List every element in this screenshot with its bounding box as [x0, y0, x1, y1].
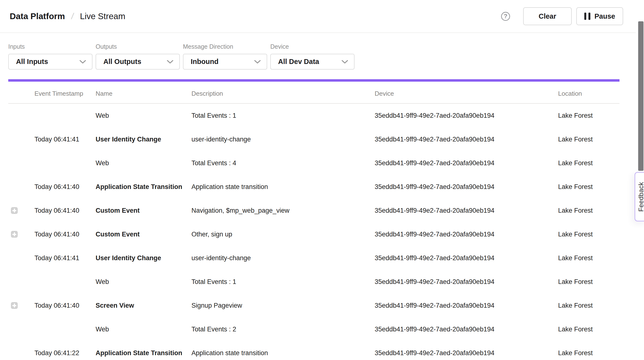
- cell-description: Application state transition: [192, 183, 375, 191]
- pause-button[interactable]: Pause: [576, 7, 623, 25]
- cell-description: Total Events : 1: [192, 112, 375, 119]
- cell-location: Lake Forest: [558, 278, 620, 286]
- cell-device: 35eddb41-9ff9-49e2-7aed-20afa90eb194: [375, 349, 558, 357]
- column-header-expand: [8, 97, 34, 103]
- cell-location: Lake Forest: [558, 160, 620, 167]
- breadcrumb-separator: /: [70, 11, 74, 21]
- cell-description: user-identity-change: [192, 136, 375, 143]
- expand-button[interactable]: [11, 302, 18, 309]
- breadcrumb-section: Data Platform: [10, 11, 65, 21]
- cell-name: User Identity Change: [96, 136, 192, 143]
- cell-event-timestamp: Today 06:41:22: [34, 349, 96, 357]
- cell-device: 35eddb41-9ff9-49e2-7aed-20afa90eb194: [375, 160, 558, 167]
- pause-button-label: Pause: [594, 12, 615, 20]
- table-row: Today 06:41:22 Application State Transit…: [8, 341, 620, 360]
- filter-label: Device: [270, 43, 354, 50]
- table-row: Web Total Events : 1 35eddb41-9ff9-49e2-…: [8, 104, 620, 127]
- cell-location: Lake Forest: [558, 302, 620, 309]
- cell-description: Total Events : 1: [192, 278, 375, 286]
- table-body: Web Total Events : 1 35eddb41-9ff9-49e2-…: [8, 104, 620, 360]
- filter-select[interactable]: Inbound: [183, 54, 267, 70]
- filter-select[interactable]: All Outputs: [96, 54, 180, 70]
- breadcrumb: Data Platform / Live Stream: [10, 11, 125, 21]
- cell-event-timestamp: Today 06:41:40: [34, 207, 96, 214]
- expand-cell: [8, 136, 34, 143]
- cell-location: Lake Forest: [558, 349, 620, 357]
- cell-event-timestamp: Today 06:41:41: [34, 136, 96, 143]
- accent-divider: [8, 79, 620, 82]
- cell-name: Custom Event: [96, 207, 192, 214]
- cell-location: Lake Forest: [558, 112, 620, 119]
- table-row: Today 06:41:41 User Identity Change user…: [8, 127, 620, 151]
- cell-name: Web: [96, 326, 192, 333]
- filters-bar: Inputs All Inputs Outputs All Outputs: [8, 43, 354, 70]
- expand-cell: [8, 326, 34, 333]
- filter-label: Inputs: [8, 43, 92, 50]
- expand-cell: [8, 302, 34, 309]
- feedback-tab-label: Feedback: [638, 182, 644, 212]
- table-row: Web Total Events : 2 35eddb41-9ff9-49e2-…: [8, 317, 620, 341]
- page-title: Live Stream: [80, 11, 126, 21]
- chevron-down-icon: [254, 60, 261, 64]
- cell-name: Web: [96, 112, 192, 119]
- table-row: Today 06:41:40 Application State Transit…: [8, 175, 620, 199]
- column-header-description: Description: [192, 90, 375, 103]
- cell-location: Lake Forest: [558, 326, 620, 333]
- table-row: Today 06:41:40 Custom Event Navigation, …: [8, 199, 620, 222]
- filter-group: Inputs All Inputs: [8, 43, 92, 70]
- cell-device: 35eddb41-9ff9-49e2-7aed-20afa90eb194: [375, 207, 558, 214]
- filter-select[interactable]: All Inputs: [8, 54, 92, 70]
- pause-icon: [584, 12, 590, 20]
- cell-name: Application State Transition: [96, 349, 192, 357]
- chevron-down-icon: [167, 60, 174, 64]
- expand-button[interactable]: [11, 207, 18, 214]
- table-row: Web Total Events : 4 35eddb41-9ff9-49e2-…: [8, 151, 620, 175]
- feedback-tab[interactable]: Feedback: [634, 172, 644, 221]
- filter-selected-value: All Outputs: [103, 58, 141, 66]
- cell-description: user-identity-change: [192, 254, 375, 262]
- table-row: Today 06:41:40 Custom Event Other, sign …: [8, 222, 620, 246]
- cell-event-timestamp: Today 06:41:40: [34, 183, 96, 191]
- expand-cell: [8, 112, 34, 119]
- cell-name: Web: [96, 278, 192, 286]
- cell-event-timestamp: Today 06:41:41: [34, 254, 96, 262]
- expand-cell: [8, 183, 34, 190]
- table-row: Web Total Events : 1 35eddb41-9ff9-49e2-…: [8, 270, 620, 294]
- cell-event-timestamp: Today 06:41:40: [34, 302, 96, 309]
- filter-selected-value: All Dev Data: [278, 58, 319, 66]
- cell-device: 35eddb41-9ff9-49e2-7aed-20afa90eb194: [375, 183, 558, 191]
- expand-cell: [8, 207, 34, 214]
- expand-cell: [8, 255, 34, 261]
- cell-device: 35eddb41-9ff9-49e2-7aed-20afa90eb194: [375, 302, 558, 309]
- expand-cell: [8, 350, 34, 356]
- expand-cell: [8, 231, 34, 238]
- filter-label: Message Direction: [183, 43, 267, 50]
- help-icon[interactable]: ?: [501, 12, 510, 21]
- filter-selected-value: All Inputs: [16, 58, 48, 66]
- cell-location: Lake Forest: [558, 254, 620, 262]
- live-stream-table: Event Timestamp Name Description Device …: [8, 82, 620, 360]
- filter-group: Device All Dev Data: [270, 43, 354, 70]
- cell-description: Total Events : 4: [192, 160, 375, 167]
- cell-event-timestamp: Today 06:41:40: [34, 231, 96, 238]
- clear-button[interactable]: Clear: [523, 7, 572, 25]
- column-header-device: Device: [375, 90, 558, 103]
- cell-description: Other, sign up: [192, 231, 375, 238]
- cell-description: Navigation, $mp_web_page_view: [192, 207, 375, 214]
- topbar-actions: ? Clear Pause: [501, 7, 623, 25]
- cell-location: Lake Forest: [558, 231, 620, 238]
- expand-button[interactable]: [11, 231, 18, 238]
- cell-name: Web: [96, 160, 192, 167]
- cell-name: Application State Transition: [96, 183, 192, 191]
- cell-device: 35eddb41-9ff9-49e2-7aed-20afa90eb194: [375, 231, 558, 238]
- cell-description: Signup Pageview: [192, 302, 375, 309]
- chevron-down-icon: [342, 60, 348, 64]
- cell-description: Application state transition: [192, 349, 375, 357]
- cell-device: 35eddb41-9ff9-49e2-7aed-20afa90eb194: [375, 112, 558, 119]
- cell-device: 35eddb41-9ff9-49e2-7aed-20afa90eb194: [375, 278, 558, 286]
- scrollbar-thumb[interactable]: [638, 21, 644, 171]
- filter-select[interactable]: All Dev Data: [270, 54, 354, 70]
- column-header-event-timestamp: Event Timestamp: [34, 90, 96, 103]
- table-row: Today 06:41:40 Screen View Signup Pagevi…: [8, 294, 620, 317]
- cell-location: Lake Forest: [558, 183, 620, 191]
